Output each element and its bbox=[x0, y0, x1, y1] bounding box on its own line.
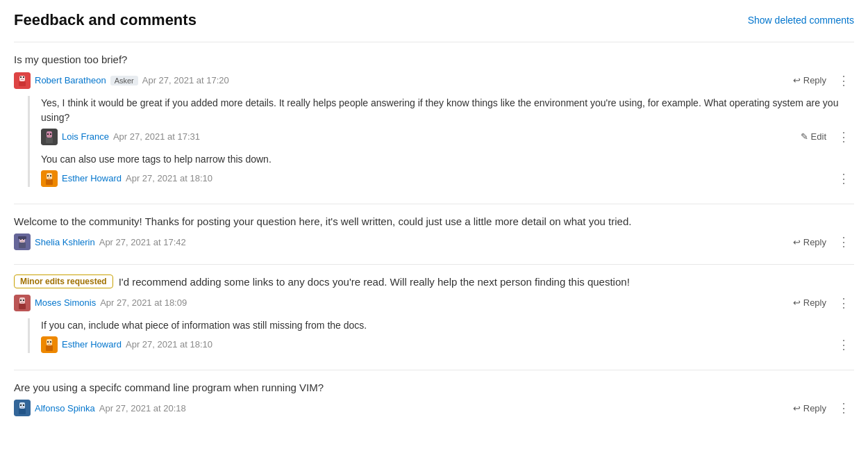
comment-thread-1: Is my question too brief? Robert Barathe… bbox=[14, 42, 854, 204]
reply-button-thread4[interactable]: ↩ Reply bbox=[789, 400, 831, 416]
avatar-shelia bbox=[14, 234, 31, 250]
avatar-robert bbox=[14, 72, 31, 89]
comment-actions-thread1: ↩ Reply ⋮ bbox=[789, 72, 854, 88]
minor-edits-badge: Minor edits requested bbox=[14, 275, 113, 288]
comment-thread-4: Are you using a specifc command line pro… bbox=[14, 370, 854, 431]
comment-actions-reply-1-2: ⋮ bbox=[833, 171, 854, 186]
nested-comment-1-2: You can also use more tags to help narro… bbox=[41, 152, 854, 187]
timestamp-thread2: Apr 27, 2021 at 17:42 bbox=[99, 237, 186, 247]
reply-icon: ↩ bbox=[793, 75, 801, 85]
svg-rect-15 bbox=[47, 175, 49, 177]
svg-rect-40 bbox=[20, 404, 22, 406]
meta-author-3: Moses Simonis Apr 27, 2021 at 18:09 bbox=[14, 295, 187, 311]
top-comment-text-4: Are you using a specifc command line pro… bbox=[14, 380, 854, 396]
meta-author-4: Alfonso Spinka Apr 27, 2021 at 20:18 bbox=[14, 400, 186, 416]
avatar-esther-2 bbox=[41, 336, 58, 353]
show-deleted-comments-link[interactable]: Show deleted comments bbox=[748, 15, 854, 26]
svg-rect-8 bbox=[46, 138, 53, 143]
author-moses[interactable]: Moses Simonis bbox=[35, 297, 96, 308]
avatar-alfonso bbox=[14, 400, 31, 416]
avatar-moses bbox=[14, 295, 31, 311]
timestamp-thread4: Apr 27, 2021 at 20:18 bbox=[99, 403, 186, 413]
page-title: Feedback and comments bbox=[14, 11, 197, 29]
svg-rect-17 bbox=[48, 178, 51, 179]
reply-meta-row-1-1: Lois France Apr 27, 2021 at 17:31 ✎ Edit… bbox=[41, 129, 854, 145]
comment-author-row-3: Moses Simonis Apr 27, 2021 at 18:09 ↩ Re… bbox=[14, 295, 854, 311]
top-comment-4: Are you using a specifc command line pro… bbox=[14, 380, 854, 417]
page-container: Feedback and comments Show deleted comme… bbox=[0, 0, 868, 441]
author-esther-1[interactable]: Esther Howard bbox=[62, 173, 122, 183]
comment-author-row-4: Alfonso Spinka Apr 27, 2021 at 20:18 ↩ R… bbox=[14, 400, 854, 416]
svg-rect-14 bbox=[46, 179, 53, 185]
author-lois[interactable]: Lois France bbox=[62, 131, 109, 142]
page-header: Feedback and comments Show deleted comme… bbox=[14, 11, 854, 29]
svg-rect-3 bbox=[20, 76, 22, 78]
timestamp-reply-1-2: Apr 27, 2021 at 18:10 bbox=[126, 173, 212, 183]
more-button-reply-1-1[interactable]: ⋮ bbox=[833, 129, 854, 145]
svg-rect-27 bbox=[19, 304, 26, 309]
reply-icon-4: ↩ bbox=[793, 403, 801, 413]
svg-rect-2 bbox=[19, 81, 26, 86]
top-comment-1: Is my question too brief? Robert Barathe… bbox=[14, 52, 854, 89]
comment-author-row-1: Robert Baratheon Asker Apr 27, 2021 at 1… bbox=[14, 72, 854, 89]
author-shelia[interactable]: Shelia Kshlerin bbox=[35, 237, 95, 247]
svg-rect-36 bbox=[48, 344, 51, 345]
svg-rect-11 bbox=[48, 136, 51, 136]
svg-rect-16 bbox=[50, 175, 51, 177]
asker-badge: Asker bbox=[110, 76, 138, 85]
svg-rect-9 bbox=[47, 133, 49, 135]
timestamp-thread3: Apr 27, 2021 at 18:09 bbox=[100, 297, 187, 308]
meta-author-1: Robert Baratheon Asker Apr 27, 2021 at 1… bbox=[14, 72, 229, 89]
more-button-reply-3-1[interactable]: ⋮ bbox=[833, 337, 854, 352]
more-button-thread1[interactable]: ⋮ bbox=[833, 73, 854, 88]
svg-rect-5 bbox=[21, 79, 24, 80]
meta-left-1: Is my question too brief? bbox=[14, 52, 127, 72]
reply-meta-left-1-1: Lois France Apr 27, 2021 at 17:31 bbox=[41, 129, 200, 145]
svg-rect-42 bbox=[21, 407, 24, 408]
more-button-thread4[interactable]: ⋮ bbox=[833, 400, 854, 416]
reply-text-1-2: You can also use more tags to help narro… bbox=[41, 152, 854, 167]
svg-rect-23 bbox=[21, 241, 24, 242]
reply-icon-2: ↩ bbox=[793, 237, 801, 247]
reply-button-thread2[interactable]: ↩ Reply bbox=[789, 234, 831, 250]
comment-author-row-2: Shelia Kshlerin Apr 27, 2021 at 17:42 ↩ … bbox=[14, 234, 854, 250]
edit-button-reply-1-1[interactable]: ✎ Edit bbox=[796, 129, 831, 145]
reply-meta-row-3-1: Esther Howard Apr 27, 2021 at 18:10 ⋮ bbox=[41, 336, 854, 353]
svg-rect-41 bbox=[23, 404, 24, 406]
reply-button-thread1[interactable]: ↩ Reply bbox=[789, 72, 831, 88]
svg-rect-30 bbox=[21, 302, 24, 303]
comment-thread-3: Minor edits requested I'd recommend addi… bbox=[14, 264, 854, 370]
reply-meta-left-1-2: Esther Howard Apr 27, 2021 at 18:10 bbox=[41, 170, 212, 187]
author-robert[interactable]: Robert Baratheon bbox=[35, 75, 106, 85]
more-button-thread2[interactable]: ⋮ bbox=[833, 234, 854, 249]
top-comment-text-1: Is my question too brief? bbox=[14, 52, 127, 68]
nested-comment-1-1: Yes, I think it would be great if you ad… bbox=[41, 96, 854, 145]
nested-comments-thread1: Yes, I think it would be great if you ad… bbox=[28, 96, 854, 187]
svg-rect-20 bbox=[19, 243, 26, 248]
avatar-esther-1 bbox=[41, 170, 58, 187]
svg-rect-34 bbox=[47, 341, 49, 343]
avatar-lois bbox=[41, 129, 58, 145]
more-button-thread3[interactable]: ⋮ bbox=[833, 295, 854, 311]
comment-actions-thread4: ↩ Reply ⋮ bbox=[789, 400, 854, 416]
comment-with-badge-3: Minor edits requested I'd recommend addi… bbox=[14, 275, 854, 290]
author-alfonso[interactable]: Alfonso Spinka bbox=[35, 403, 95, 413]
reply-button-thread3[interactable]: ↩ Reply bbox=[789, 295, 831, 311]
timestamp-reply-3-1: Apr 27, 2021 at 18:10 bbox=[126, 339, 212, 350]
more-button-reply-1-2[interactable]: ⋮ bbox=[833, 171, 854, 186]
comment-actions-reply-1-1: ✎ Edit ⋮ bbox=[796, 129, 854, 145]
top-comment-3: Minor edits requested I'd recommend addi… bbox=[14, 275, 854, 311]
author-esther-2[interactable]: Esther Howard bbox=[62, 339, 122, 350]
timestamp-thread1: Apr 27, 2021 at 17:20 bbox=[142, 75, 229, 85]
comment-meta-row-1: Is my question too brief? bbox=[14, 52, 854, 72]
svg-rect-29 bbox=[23, 300, 24, 301]
nested-comment-3-1: If you can, include what piece of inform… bbox=[41, 318, 854, 353]
svg-rect-24 bbox=[18, 236, 26, 239]
svg-rect-4 bbox=[23, 76, 24, 78]
svg-rect-10 bbox=[50, 133, 51, 135]
timestamp-reply-1-1: Apr 27, 2021 at 17:31 bbox=[113, 131, 200, 142]
meta-author-2: Shelia Kshlerin Apr 27, 2021 at 17:42 bbox=[14, 234, 186, 250]
svg-rect-33 bbox=[46, 345, 53, 351]
reply-meta-row-1-2: Esther Howard Apr 27, 2021 at 18:10 ⋮ bbox=[41, 170, 854, 187]
svg-rect-39 bbox=[19, 409, 26, 414]
